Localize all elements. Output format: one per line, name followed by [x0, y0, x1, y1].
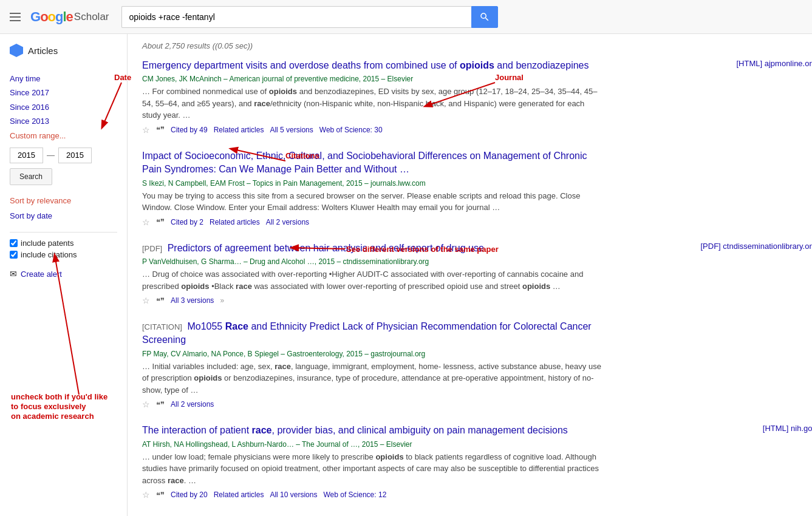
result-4-snippet: … Initial variables included: age, sex, … [142, 361, 604, 396]
quote-icon[interactable]: ❝❞ [156, 125, 165, 134]
result-4-title-link[interactable]: Mo1055 Race and Ethnicity Predict Lack o… [142, 321, 592, 345]
year-range: — [10, 148, 117, 163]
scholar-wordmark: Scholar [74, 11, 109, 23]
result-1-actions: ☆ ❝❞ Cited by 49 Related articles All 5 … [142, 125, 604, 135]
result-5-right-link: [HTML] nih.gov [763, 424, 812, 433]
result-3-right-link: [PDF] ctndisseminationlibrary.org [701, 242, 813, 251]
result-1-authors[interactable]: CM Jones, JK McAninch [142, 75, 222, 83]
year-to-input[interactable] [58, 148, 92, 163]
result-5-html-link[interactable]: [HTML] nih.gov [763, 424, 812, 433]
year-separator: — [47, 151, 55, 160]
quote-icon[interactable]: ❝❞ [156, 491, 165, 500]
envelope-icon: ✉ [10, 269, 17, 279]
result-2-meta: S Ikezi, N Campbell, EAM Frost – Topics … [142, 179, 604, 188]
result-3-pdf-link[interactable]: [PDF] ctndisseminationlibrary.org [701, 242, 813, 251]
all-versions-link[interactable]: All 2 versions [266, 218, 309, 226]
filter-since-2016[interactable]: Since 2016 [10, 100, 117, 114]
sidebar-search-button[interactable]: Search [10, 168, 52, 185]
sort-by-relevance[interactable]: Sort by relevance [10, 194, 117, 209]
include-patents-checkbox[interactable]: include patents [10, 239, 117, 248]
result-3-authors[interactable]: P VanVeldhuisen, G Sharma… [142, 257, 242, 266]
search-box [121, 6, 498, 28]
cited-by-link[interactable]: Cited by 20 [171, 491, 208, 499]
result-2-snippet: You may be trying to access this site fr… [142, 190, 604, 214]
sidebar: Articles Any time Since 2017 Since 2016 … [0, 34, 128, 516]
search-input[interactable] [121, 6, 471, 28]
result-4-authors[interactable]: FP May, CV Almario, NA Ponce, B Spiegel [142, 350, 279, 358]
cited-by-link[interactable]: Cited by 2 [171, 218, 203, 226]
patents-checkbox-input[interactable] [10, 239, 18, 247]
result-1-html-link[interactable]: [HTML] ajpmonline.org [737, 59, 813, 68]
checkbox-section: include patents include citations [10, 239, 117, 259]
cited-by-link[interactable]: Cited by 49 [171, 126, 208, 134]
results-count-text: About 2,750 results [142, 41, 210, 50]
results-count: About 2,750 results ((0.05 sec)) [142, 41, 797, 50]
filter-any-time[interactable]: Any time [10, 72, 117, 86]
result-1-title: Emergency department visits and overdose… [142, 59, 604, 72]
all-versions-link[interactable]: All 2 versions [171, 400, 214, 409]
result-3-title-link[interactable]: Predictors of agreement between hair ana… [168, 243, 484, 253]
all-versions-link[interactable]: All 5 versions [270, 126, 313, 134]
result-item: [CITATION] Mo1055 Race and Ethnicity Pre… [142, 320, 604, 409]
result-3-snippet: … Drug of choice was associated with ove… [142, 268, 604, 292]
result-3-meta: P VanVeldhuisen, G Sharma… – Drug and Al… [142, 257, 604, 266]
star-icon[interactable]: ☆ [142, 125, 150, 135]
result-4-actions: ☆ ❝❞ All 2 versions [142, 399, 604, 409]
search-icon [479, 12, 490, 22]
related-articles-link[interactable]: Related articles [214, 126, 264, 134]
result-3-title: [PDF] Predictors of agreement between ha… [142, 242, 604, 255]
articles-header: Articles [10, 44, 117, 62]
result-2-title: Impact of Socioeconomic, Ethnic, Cultura… [142, 149, 604, 177]
result-item: The interaction of patient race, provide… [142, 424, 604, 500]
star-icon[interactable]: ☆ [142, 296, 150, 305]
main-container: Articles Any time Since 2017 Since 2016 … [0, 34, 812, 516]
search-button[interactable] [471, 6, 498, 28]
hamburger-menu[interactable] [10, 13, 21, 21]
result-5-snippet: … under low load; female physicians were… [142, 451, 604, 487]
result-5-title-link[interactable]: The interaction of patient race, provide… [142, 425, 568, 435]
result-item: Impact of Socioeconomic, Ethnic, Cultura… [142, 149, 604, 227]
result-5-meta: AT Hirsh, NA Hollingshead, L Ashburn-Nar… [142, 440, 604, 449]
result-2-authors[interactable]: S Ikezi, N Campbell, EAM Frost [142, 179, 245, 188]
citations-label: include citations [21, 250, 77, 259]
filter-since-2013[interactable]: Since 2013 [10, 114, 117, 128]
result-4-prefix: [CITATION] [142, 322, 182, 331]
create-alert-link[interactable]: Create alert [21, 270, 62, 279]
filter-custom-range[interactable]: Custom range... [10, 129, 117, 143]
result-4-meta: FP May, CV Almario, NA Ponce, B Spiegel … [142, 350, 604, 358]
time-filter-section: Any time Since 2017 Since 2016 Since 201… [10, 72, 117, 185]
filter-since-2017[interactable]: Since 2017 [10, 86, 117, 100]
related-articles-link[interactable]: Related articles [214, 491, 264, 499]
all-versions-link[interactable]: All 3 versions [171, 296, 214, 305]
result-item: Emergency department visits and overdose… [142, 59, 604, 135]
create-alert[interactable]: ✉ Create alert [10, 269, 117, 279]
citations-checkbox-input[interactable] [10, 251, 18, 259]
web-of-science-link[interactable]: Web of Science: 30 [319, 126, 383, 134]
result-1-title-link[interactable]: Emergency department visits and overdose… [142, 60, 589, 70]
web-of-science-link[interactable]: Web of Science: 12 [323, 491, 386, 499]
more-icon: » [220, 296, 224, 305]
result-1-meta: CM Jones, JK McAninch – American journal… [142, 75, 604, 83]
result-5-title: The interaction of patient race, provide… [142, 424, 604, 437]
all-versions-link[interactable]: All 10 versions [270, 491, 317, 499]
include-citations-checkbox[interactable]: include citations [10, 250, 117, 259]
star-icon[interactable]: ☆ [142, 399, 150, 409]
quote-icon[interactable]: ❝❞ [156, 217, 165, 226]
result-1-right-link: [HTML] ajpmonline.org [737, 59, 813, 68]
quote-icon[interactable]: ❝❞ [156, 400, 165, 409]
quote-icon[interactable]: ❝❞ [156, 296, 165, 305]
result-2-title-link[interactable]: Impact of Socioeconomic, Ethnic, Cultura… [142, 151, 587, 174]
star-icon[interactable]: ☆ [142, 217, 150, 227]
results-time-text: ((0.05 sec)) [213, 41, 253, 50]
sidebar-divider [10, 232, 117, 233]
year-from-input[interactable] [10, 148, 43, 163]
sort-by-date[interactable]: Sort by date [10, 209, 117, 224]
result-5-authors[interactable]: AT Hirsh, NA Hollingshead, L Ashburn-Nar… [142, 440, 294, 449]
result-item: [PDF] Predictors of agreement between ha… [142, 242, 604, 305]
result-3-actions: ☆ ❝❞ All 3 versions » [142, 296, 604, 305]
star-icon[interactable]: ☆ [142, 490, 150, 500]
related-articles-link[interactable]: Related articles [210, 218, 260, 226]
google-wordmark: Google [30, 9, 73, 25]
logo: Google Scholar [30, 9, 109, 25]
results-area: About 2,750 results ((0.05 sec)) Emergen… [128, 34, 812, 516]
